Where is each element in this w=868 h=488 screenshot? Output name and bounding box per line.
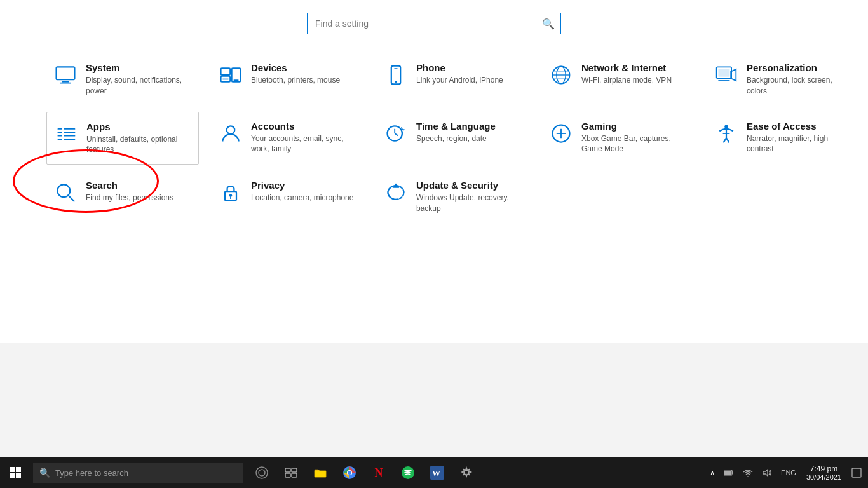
privacy-title: Privacy [251,180,353,191]
svg-rect-26 [64,139,75,140]
settings-item-accounts[interactable]: Accounts Your accounts, email, sync, wor… [212,112,364,165]
settings-item-system[interactable]: System Display, sound, notifications, po… [46,53,199,105]
svg-rect-25 [64,135,75,136]
settings-item-phone[interactable]: Phone Link your Android, iPhone [377,53,529,105]
windows-logo-icon [10,467,21,478]
privacy-icon [219,181,242,209]
taskbar-apps: N W [248,458,480,488]
settings-item-search[interactable]: Search Find my files, permissions [46,171,199,223]
privacy-desc: Location, camera, microphone [251,193,353,203]
svg-rect-23 [64,128,75,130]
settings-item-devices[interactable]: Devices Bluetooth, printers, mouse [212,53,364,105]
settings-gear-icon [460,466,473,479]
devices-icon [219,64,242,92]
gaming-title: Gaming [581,121,687,132]
svg-point-40 [229,194,233,197]
tray-battery-icon[interactable] [720,458,738,488]
settings-search-icon: 🔍 [542,18,555,30]
chrome-icon [342,466,356,480]
svg-rect-62 [852,468,861,477]
svg-rect-0 [57,67,75,79]
settings-grid: System Display, sound, notifications, po… [21,53,847,223]
start-button[interactable] [0,458,31,488]
accounts-desc: Your accounts, email, sync, work, family [251,133,356,155]
ease-title: Ease of Access [747,121,852,132]
chrome-button[interactable] [336,458,363,488]
gaming-desc: Xbox Game Bar, captures, Game Mode [581,133,687,155]
svg-rect-3 [221,68,230,75]
settings-item-time[interactable]: A Z Time & Language Speech, region, date [377,112,529,165]
svg-rect-49 [315,471,326,477]
settings-item-gaming[interactable]: Gaming Xbox Game Bar, captures, Game Mod… [542,112,695,165]
time-title: Time & Language [416,121,496,132]
search-settings-icon [54,181,77,209]
svg-point-44 [259,470,265,476]
network-title: Network & Internet [581,62,672,73]
taskview-button[interactable] [277,458,305,488]
svg-rect-2 [60,83,71,84]
file-explorer-button[interactable] [306,458,334,488]
clock-button[interactable]: 7:49 pm 30/04/2021 [801,458,846,488]
settings-item-network[interactable]: Network & Internet Wi-Fi, airplane mode,… [542,53,695,105]
search-title: Search [86,180,173,191]
spotify-button[interactable] [394,458,422,488]
language-indicator[interactable]: ENG [777,458,800,488]
svg-rect-22 [58,139,62,140]
language-text: ENG [781,469,796,477]
ease-icon [715,122,738,150]
settings-item-apps[interactable]: Apps Uninstall, defaults, optional featu… [46,112,199,165]
settings-search-container: 🔍 [307,13,561,34]
tray-chevron-button[interactable]: ∧ [706,458,719,488]
settings-window: 🔍 System Display, sound, notifications, … [0,0,868,343]
svg-rect-9 [394,68,397,69]
gaming-icon [550,122,573,150]
svg-rect-47 [285,473,290,477]
settings-item-personalization[interactable]: Personalization Background, lock screen,… [707,53,860,105]
taskbar-search[interactable]: 🔍 Type here to search [33,463,243,483]
settings-item-update[interactable]: Update & Security Windows Update, recove… [377,171,529,223]
svg-point-36 [724,125,728,128]
svg-point-53 [348,471,351,475]
taskbar: 🔍 Type here to search [0,458,868,488]
cortana-icon [255,466,268,479]
accounts-title: Accounts [251,121,356,132]
personalization-icon [715,64,738,92]
notification-button[interactable] [848,458,865,488]
apps-title: Apps [86,121,191,132]
svg-rect-21 [58,135,62,136]
svg-text:Z: Z [402,128,405,133]
time-icon: A Z [384,122,407,150]
battery-icon [724,469,734,477]
svg-rect-60 [724,471,731,475]
svg-rect-6 [234,79,239,81]
tray-wifi-icon[interactable] [739,458,757,488]
svg-line-38 [69,196,74,201]
svg-rect-20 [58,132,62,133]
settings-taskbar-button[interactable] [452,458,480,488]
notification-icon [851,468,862,478]
svg-rect-17 [718,69,729,77]
tray-volume-icon[interactable] [758,458,776,488]
spotify-icon [401,466,415,480]
update-title: Update & Security [416,180,522,191]
cortana-button[interactable] [248,458,276,488]
accounts-icon [219,122,242,150]
apps-icon [55,123,78,151]
netflix-button[interactable]: N [365,458,393,488]
file-explorer-icon [313,466,327,480]
svg-rect-59 [732,471,733,474]
volume-icon [762,468,772,477]
settings-search-input[interactable] [307,13,561,34]
settings-item-ease[interactable]: Ease of Access Narrator, magnifier, high… [707,112,860,165]
devices-title: Devices [251,62,340,73]
network-desc: Wi-Fi, airplane mode, VPN [581,75,672,86]
svg-point-27 [227,126,235,134]
word-button[interactable]: W [423,458,451,488]
svg-rect-46 [292,468,297,472]
apps-desc: Uninstall, defaults, optional features [86,134,191,156]
wifi-icon [743,468,753,477]
taskbar-search-text: Type here to search [55,468,128,478]
settings-item-privacy[interactable]: Privacy Location, camera, microphone [212,171,364,223]
update-desc: Windows Update, recovery, backup [416,193,522,214]
svg-text:W: W [432,468,440,478]
